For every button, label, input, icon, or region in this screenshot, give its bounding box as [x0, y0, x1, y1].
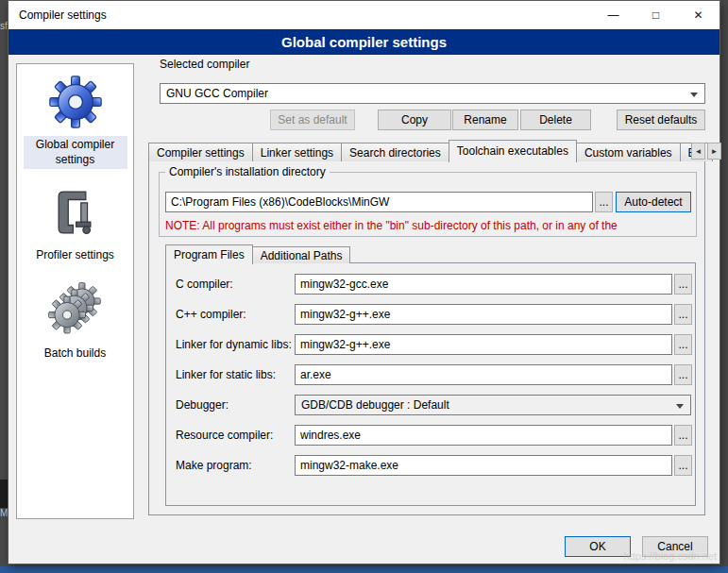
rename-button[interactable]: Rename: [452, 110, 518, 130]
subtab-program-files[interactable]: Program Files: [165, 244, 253, 264]
toolchain-subtabs: Program Files Additional Paths: [165, 244, 349, 263]
field-row-cpp-compiler: C++ compiler: ...: [166, 304, 695, 325]
delete-button[interactable]: Delete: [520, 110, 591, 130]
dynamic-linker-browse-button[interactable]: ...: [674, 334, 692, 355]
compiler-select-value: GNU GCC Compiler: [166, 87, 268, 100]
reset-defaults-button[interactable]: Reset defaults: [617, 110, 705, 130]
sidebar-item-label: Batch builds: [40, 345, 110, 363]
background-block: [0, 480, 8, 508]
tab-custom-variables[interactable]: Custom variables: [576, 143, 681, 161]
tab-compiler-settings[interactable]: Compiler settings: [148, 143, 253, 161]
tab-scroll-left-icon[interactable]: ◄: [691, 143, 705, 160]
static-linker-label: Linker for static libs:: [176, 368, 276, 381]
debugger-select-value: GDB/CDB debugger : Default: [301, 398, 449, 412]
field-row-resource-compiler: Resource compiler: ...: [166, 425, 695, 446]
selected-compiler-label: Selected compiler: [160, 58, 249, 71]
sidebar-item-profiler-settings[interactable]: Profiler settings: [31, 186, 119, 265]
resource-compiler-label: Resource compiler:: [176, 429, 273, 442]
close-button[interactable]: ✕: [677, 2, 720, 29]
cpp-compiler-browse-button[interactable]: ...: [674, 304, 692, 325]
install-dir-group: Compiler's installation directory ... Au…: [159, 165, 697, 237]
titlebar: Compiler settings — □ ✕: [8, 1, 720, 29]
field-row-c-compiler: C compiler: ...: [166, 274, 695, 295]
tab-search-directories[interactable]: Search directories: [341, 143, 449, 161]
debugger-label: Debugger:: [176, 398, 229, 412]
chevron-down-icon: [676, 404, 684, 409]
tab-linker-settings[interactable]: Linker settings: [252, 143, 342, 161]
cpp-compiler-input[interactable]: [295, 304, 672, 325]
field-row-static-linker: Linker for static libs: ...: [166, 364, 695, 385]
c-compiler-input[interactable]: [295, 274, 672, 295]
sidebar-item-label: Profiler settings: [31, 246, 119, 265]
compiler-select[interactable]: GNU GCC Compiler: [160, 83, 705, 104]
sidebar-item-batch-builds[interactable]: Batch builds: [40, 282, 110, 363]
field-row-debugger: Debugger: GDB/CDB debugger : Default: [166, 395, 695, 415]
install-dir-browse-button[interactable]: ...: [595, 192, 613, 212]
background-text-fragment: sf: [0, 21, 8, 31]
field-row-make-program: Make program: ...: [166, 455, 695, 476]
static-linker-browse-button[interactable]: ...: [674, 364, 692, 385]
copy-button[interactable]: Copy: [378, 110, 451, 130]
resource-compiler-input[interactable]: [295, 425, 672, 446]
ide-background: sf M Compiler settings — □ ✕ Global comp…: [0, 0, 728, 573]
c-compiler-browse-button[interactable]: ...: [674, 274, 692, 295]
maximize-button[interactable]: □: [635, 2, 677, 29]
cancel-button[interactable]: Cancel: [642, 536, 708, 557]
make-program-label: Make program:: [176, 459, 252, 472]
c-compiler-label: C compiler:: [176, 278, 233, 291]
cpp-compiler-label: C++ compiler:: [176, 308, 246, 321]
sidebar-item-label: Global compiler settings: [24, 136, 127, 169]
make-program-browse-button[interactable]: ...: [674, 455, 692, 476]
window-title: Compiler settings: [8, 8, 592, 22]
compiler-settings-dialog: Compiler settings — □ ✕ Global compiler …: [8, 0, 720, 565]
tab-scroll-arrows: ◄ ►: [691, 143, 721, 160]
toolchain-executables-panel: Compiler's installation directory ... Au…: [148, 160, 705, 515]
make-program-input[interactable]: [295, 455, 672, 476]
install-dir-note: NOTE: All programs must exist either in …: [165, 219, 692, 232]
tab-toolchain-executables[interactable]: Toolchain executables: [449, 140, 577, 162]
subtab-additional-paths[interactable]: Additional Paths: [252, 246, 351, 263]
profiler-icon: [49, 186, 100, 239]
gear-icon: [49, 76, 102, 128]
sidebar-item-global-compiler-settings[interactable]: Global compiler settings: [24, 76, 127, 169]
settings-category-list: Global compiler settings Profiler settin…: [16, 63, 134, 519]
field-row-dynamic-linker: Linker for dynamic libs: ...: [166, 334, 695, 355]
resource-compiler-browse-button[interactable]: ...: [674, 425, 692, 446]
set-as-default-button: Set as default: [270, 110, 355, 130]
program-files-panel: C compiler: ... C++ compiler: ... Linker…: [165, 262, 696, 506]
debugger-select[interactable]: GDB/CDB debugger : Default: [295, 395, 691, 415]
static-linker-input[interactable]: [295, 364, 672, 385]
dialog-banner: Global compiler settings: [8, 29, 720, 55]
install-dir-group-title: Compiler's installation directory: [165, 165, 330, 178]
settings-tabstrip: Compiler settings Linker settings Search…: [148, 139, 712, 161]
batch-builds-icon: [48, 282, 103, 337]
ok-button[interactable]: OK: [565, 536, 631, 557]
install-dir-input[interactable]: [165, 192, 593, 212]
dynamic-linker-input[interactable]: [295, 334, 672, 355]
chevron-down-icon: [690, 93, 698, 97]
dynamic-linker-label: Linker for dynamic libs:: [176, 338, 292, 351]
minimize-button[interactable]: —: [592, 2, 635, 29]
tab-scroll-right-icon[interactable]: ►: [707, 143, 721, 160]
auto-detect-button[interactable]: Auto-detect: [616, 192, 691, 212]
background-status-bar: [0, 566, 728, 573]
